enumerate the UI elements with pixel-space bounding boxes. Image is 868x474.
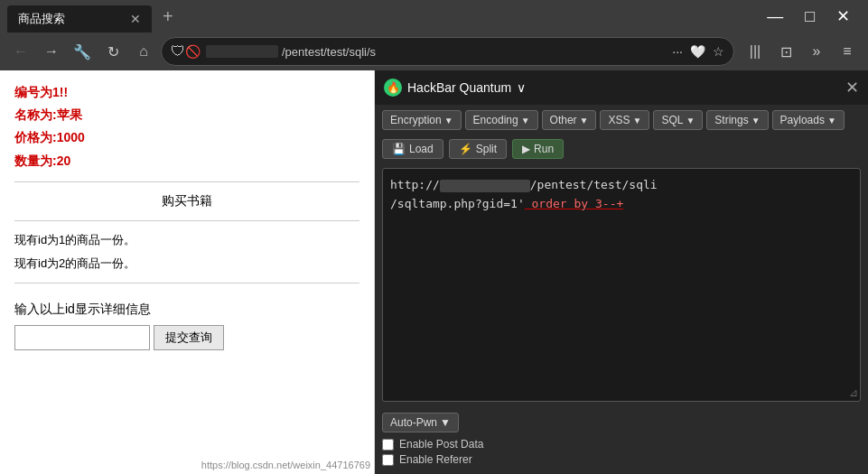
payloads-label: Payloads (780, 114, 825, 126)
encoding-label: Encoding (473, 114, 518, 126)
overflow-btn[interactable]: » (803, 38, 830, 65)
hackbar-bottom: Auto-Pwn ▼ Enable Post Data Enable Refer… (375, 407, 868, 474)
hackbar-title-text: HackBar Quantum (407, 80, 511, 95)
divider-1 (14, 181, 359, 182)
xss-menu-btn[interactable]: XSS ▼ (600, 110, 649, 130)
url-display: /pentest/test/sqli/s (282, 45, 665, 59)
close-btn[interactable]: ✕ (826, 0, 861, 33)
stock-info: 现有id为1的商品一份。 现有id为2的商品一份。 (14, 228, 359, 275)
sql-label: SQL (661, 114, 683, 126)
run-icon: ▶ (522, 143, 530, 155)
hackbar-dropdown-icon[interactable]: ∨ (517, 80, 526, 95)
url-path-2: /sqltamp.php?gid=1' (390, 197, 525, 210)
payloads-arrow-icon: ▼ (827, 116, 836, 125)
url-redacted (206, 45, 278, 58)
hackbar-actions: 💾 Load ⚡ Split ▶ Run (375, 135, 868, 163)
enable-referer-checkbox[interactable] (382, 454, 394, 466)
encoding-menu-btn[interactable]: Encoding ▼ (465, 110, 538, 130)
nav-bar: ← → 🔧 ↻ ⌂ 🛡 🚫 /pentest/test/sqli/s ··· 🤍… (0, 33, 868, 70)
referer-row: Enable Referer (382, 453, 861, 466)
other-menu-btn[interactable]: Other ▼ (542, 110, 597, 130)
payloads-menu-btn[interactable]: Payloads ▼ (772, 110, 845, 130)
content-area: 编号为1!! 名称为:苹果 价格为:1000 数量为:20 购买书籍 现有id为… (0, 70, 868, 474)
url-bar[interactable]: 🛡 🚫 /pentest/test/sqli/s ··· 🤍 ☆ (161, 37, 734, 66)
sql-arrow-icon: ▼ (686, 116, 695, 125)
encoding-arrow-icon: ▼ (521, 116, 530, 125)
tab-close-btn[interactable]: ✕ (130, 12, 141, 26)
divider-2 (14, 220, 359, 221)
watermark: https://blog.csdn.net/weixin_44716769 (201, 460, 370, 470)
hackbar-title: 🔥 HackBar Quantum ∨ (384, 79, 526, 97)
load-btn[interactable]: 💾 Load (382, 139, 443, 159)
hackbar-close-btn[interactable]: ✕ (845, 78, 859, 98)
left-panel: 编号为1!! 名称为:苹果 价格为:1000 数量为:20 购买书籍 现有id为… (0, 70, 375, 474)
strings-label: Strings (714, 114, 748, 126)
other-label: Other (550, 114, 577, 126)
active-tab[interactable]: 商品搜索 ✕ (7, 5, 152, 33)
hackbar-toolbar: Encryption ▼ Encoding ▼ Other ▼ XSS ▼ SQ… (375, 105, 868, 135)
sql-menu-btn[interactable]: SQL ▼ (653, 110, 703, 130)
url-sql-payload: order by 3--+ (525, 197, 624, 210)
product-name: 名称为:苹果 (14, 104, 359, 126)
url-prefix: http:// (390, 178, 440, 191)
auto-pwn-arrow-icon: ▼ (440, 416, 451, 429)
browser-chrome: 商品搜索 ✕ + — □ ✕ ← → 🔧 ↻ ⌂ 🛡 🚫 /pentest/te… (0, 0, 868, 70)
synced-tabs-btn[interactable]: ⊡ (772, 38, 799, 65)
library-btn[interactable]: ||| (742, 38, 769, 65)
auto-pwn-label: Auto-Pwn (390, 416, 437, 429)
load-label: Load (409, 143, 434, 155)
input-label: 输入以上id显示详细信息 (14, 302, 359, 318)
id-input[interactable] (14, 325, 150, 350)
submit-btn[interactable]: 提交查询 (154, 325, 224, 350)
heart-icon[interactable]: 🤍 (690, 44, 705, 59)
home-btn[interactable]: ⌂ (130, 38, 157, 65)
more-icon[interactable]: ··· (672, 44, 683, 59)
product-info: 编号为1!! 名称为:苹果 价格为:1000 数量为:20 (14, 81, 359, 172)
refresh-btn[interactable]: ↻ (99, 38, 126, 65)
security-icon: 🚫 (185, 44, 201, 59)
hackbar-header: 🔥 HackBar Quantum ∨ ✕ (375, 70, 868, 105)
other-arrow-icon: ▼ (580, 116, 589, 125)
hackbar-logo: 🔥 (384, 79, 402, 97)
enable-post-label: Enable Post Data (399, 438, 483, 451)
run-btn[interactable]: ▶ Run (512, 139, 564, 159)
nav-extra: ||| ⊡ » ≡ (742, 38, 861, 65)
input-row: 提交查询 (14, 325, 359, 350)
back-btn[interactable]: ← (7, 38, 34, 65)
forward-btn[interactable]: → (38, 38, 65, 65)
split-btn[interactable]: ⚡ Split (449, 139, 507, 159)
product-price: 价格为:1000 (14, 126, 359, 149)
post-data-row: Enable Post Data (382, 438, 861, 451)
strings-arrow-icon: ▼ (751, 116, 761, 125)
stock-line-2: 现有id为2的商品一份。 (14, 252, 359, 275)
shield-icon: 🛡 (171, 43, 185, 60)
enable-post-checkbox[interactable] (382, 439, 394, 451)
maximize-btn[interactable]: □ (794, 0, 826, 33)
tab-title: 商品搜索 (18, 11, 123, 27)
run-label: Run (534, 143, 554, 155)
star-icon[interactable]: ☆ (713, 44, 724, 59)
product-id: 编号为1!! (14, 81, 359, 104)
encryption-label: Encryption (390, 114, 442, 126)
url-path-1: /pentest/test/sqli (530, 178, 658, 191)
xss-label: XSS (608, 114, 630, 126)
encryption-menu-btn[interactable]: Encryption ▼ (382, 110, 462, 130)
buy-books-link[interactable]: 购买书籍 (14, 190, 359, 213)
hackbar-url-area[interactable]: http:///pentest/test/sqli /sqltamp.php?g… (382, 168, 861, 402)
menu-btn[interactable]: ≡ (834, 38, 861, 65)
url-extra-icons: ··· 🤍 ☆ (672, 44, 724, 59)
encryption-arrow-icon: ▼ (444, 116, 453, 125)
tab-bar: 商品搜索 ✕ + — □ ✕ (0, 0, 868, 33)
minimize-btn[interactable]: — (756, 0, 794, 33)
resize-handle-icon[interactable]: ⊿ (849, 386, 858, 399)
hackbar-panel: 🔥 HackBar Quantum ∨ ✕ Encryption ▼ Encod… (375, 70, 868, 474)
input-section: 输入以上id显示详细信息 提交查询 (14, 302, 359, 350)
strings-menu-btn[interactable]: Strings ▼ (706, 110, 768, 130)
split-label: Split (476, 143, 497, 155)
new-tab-btn[interactable]: + (155, 6, 181, 27)
auto-pwn-btn[interactable]: Auto-Pwn ▼ (382, 413, 459, 432)
product-qty: 数量为:20 (14, 150, 359, 172)
load-icon: 💾 (392, 143, 406, 155)
divider-3 (14, 283, 359, 283)
tools-btn[interactable]: 🔧 (69, 38, 96, 65)
